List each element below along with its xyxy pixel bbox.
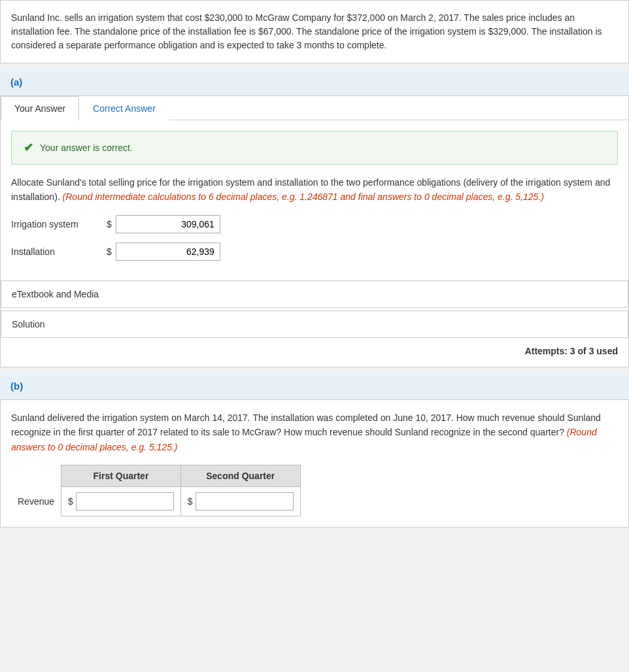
section-b-question: Sunland delivered the irrigation system …: [11, 411, 618, 454]
quarter-table: First Quarter Second Quarter Revenue $: [11, 465, 301, 516]
dollar-sign-2: $: [107, 246, 112, 257]
dollar-sign-q1: $: [68, 496, 73, 507]
section-b-content: Sunland delivered the irrigation system …: [0, 399, 629, 528]
tab-bar: Your Answer Correct Answer: [1, 96, 628, 120]
success-banner: ✔ Your answer is correct.: [11, 131, 618, 165]
section-b-label: (b): [10, 380, 23, 392]
solution-label: Solution: [12, 319, 45, 329]
tab-correct-answer[interactable]: Correct Answer: [79, 96, 169, 120]
revenue-label: Revenue: [11, 486, 61, 516]
section-b-header: (b): [0, 373, 629, 399]
second-quarter-cell: $: [180, 486, 300, 516]
dollar-sign-1: $: [107, 219, 112, 229]
irrigation-system-input[interactable]: [116, 215, 220, 233]
etextbook-collapsible[interactable]: eTextbook and Media: [1, 280, 628, 308]
second-quarter-input[interactable]: [196, 492, 294, 511]
revenue-row: Revenue $ $: [11, 486, 300, 516]
section-a-label: (a): [10, 76, 22, 88]
first-quarter-input[interactable]: [76, 492, 174, 511]
first-quarter-header: First Quarter: [61, 465, 181, 486]
problem-statement: Sunland Inc. sells an irrigation system …: [0, 0, 629, 63]
rounding-note-a: (Round intermediate calculations to 6 de…: [63, 192, 544, 202]
attempts-text: Attempts: 3 of 3 used: [525, 346, 618, 356]
section-b-main-text: Sunland delivered the irrigation system …: [11, 412, 601, 437]
tab-content-your-answer: ✔ Your answer is correct. Allocate Sunla…: [1, 120, 628, 280]
etextbook-label: eTextbook and Media: [12, 289, 99, 299]
solution-collapsible[interactable]: Solution: [1, 311, 628, 338]
dollar-sign-q2: $: [188, 496, 193, 507]
installation-label: Installation: [11, 246, 103, 257]
irrigation-system-row: Irrigation system $: [11, 215, 618, 233]
installation-input[interactable]: [116, 243, 220, 261]
first-quarter-cell: $: [61, 486, 181, 516]
second-quarter-header: Second Quarter: [180, 465, 300, 486]
checkmark-icon: ✔: [24, 141, 33, 155]
section-a-header: (a): [0, 69, 629, 95]
attempts-line: Attempts: 3 of 3 used: [1, 341, 628, 367]
section-a-panel: Your Answer Correct Answer ✔ Your answer…: [0, 95, 629, 367]
tab-your-answer[interactable]: Your Answer: [1, 96, 79, 120]
irrigation-system-label: Irrigation system: [11, 219, 103, 229]
section-a-question: Allocate Sunland's total selling price f…: [11, 175, 618, 205]
problem-text: Sunland Inc. sells an irrigation system …: [11, 12, 602, 50]
installation-row: Installation $: [11, 243, 618, 261]
success-message: Your answer is correct.: [40, 143, 133, 153]
empty-header: [11, 465, 61, 486]
